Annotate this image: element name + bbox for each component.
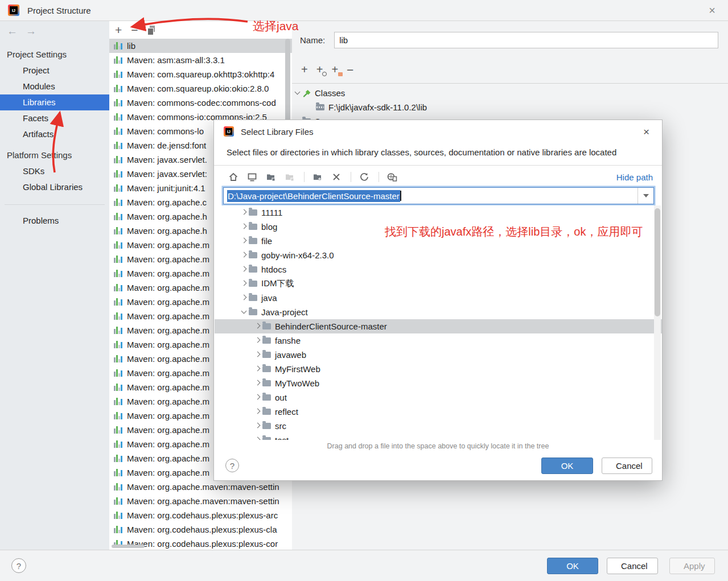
path-input-value[interactable]: D:\Java-project\BehinderClientSource-mas… <box>227 190 400 202</box>
sidebar-item[interactable]: Facets <box>0 110 109 126</box>
add-excluded-root-button[interactable]: + <box>316 64 323 75</box>
chevron-icon[interactable] <box>238 254 249 257</box>
ok-button[interactable]: OK <box>547 558 598 574</box>
library-list-item[interactable]: Maven: org.apache.maven:maven-settin <box>109 494 292 508</box>
library-icon <box>114 384 124 391</box>
new-folder-icon[interactable] <box>312 171 323 183</box>
file-tree-row[interactable]: htdocs <box>215 262 662 277</box>
file-tree-row[interactable]: reflect <box>215 405 662 419</box>
chevron-icon[interactable] <box>238 268 249 271</box>
sidebar-group-platform-settings: Platform Settings <box>7 150 109 160</box>
add-root-button[interactable]: + <box>301 64 308 75</box>
path-combobox[interactable]: D:\Java-project\BehinderClientSource-mas… <box>223 187 654 204</box>
home-directory-icon[interactable] <box>228 171 239 183</box>
library-list-item[interactable]: Maven: org.apache.maven:maven-settin <box>109 480 292 494</box>
folder-icon <box>262 352 271 358</box>
library-list-item[interactable]: Maven: org.codehaus.plexus:plexus-arc <box>109 508 292 522</box>
sidebar-item[interactable]: SDKs <box>0 163 109 179</box>
cancel-button[interactable]: Cancel <box>607 558 658 574</box>
file-tree-row[interactable]: test <box>215 433 662 440</box>
chevron-icon[interactable] <box>252 353 262 356</box>
file-tree-row[interactable]: BehinderClientSource-master <box>215 319 662 333</box>
file-tree-row[interactable]: goby-win-x64-2.3.0 <box>215 248 662 262</box>
file-tree-row[interactable]: MyTwoWeb <box>215 376 662 390</box>
help-button[interactable]: ? <box>11 558 26 573</box>
settings-sidebar: ← → Project Settings ProjectModulesLibra… <box>0 21 109 550</box>
sidebar-item[interactable]: Modules <box>0 79 109 94</box>
chevron-icon[interactable] <box>252 368 262 370</box>
file-tree-row[interactable]: out <box>215 390 662 405</box>
library-icon <box>114 497 124 505</box>
window-close-icon[interactable]: × <box>709 5 715 16</box>
remove-root-button[interactable]: − <box>347 64 353 76</box>
library-list-item[interactable]: lib <box>109 39 292 53</box>
folder-icon <box>249 281 257 287</box>
library-list-item[interactable]: Maven: com.squareup.okio:okio:2.8.0 <box>109 81 292 96</box>
library-list-item[interactable]: Maven: asm:asm-all:3.3.1 <box>109 53 292 67</box>
chevron-icon[interactable] <box>252 396 262 399</box>
chevron-icon[interactable] <box>238 311 249 313</box>
toolbar-separator <box>379 172 379 182</box>
refresh-icon[interactable] <box>359 171 370 183</box>
library-icon <box>114 170 124 178</box>
chevron-icon[interactable] <box>238 225 249 228</box>
delete-icon[interactable] <box>331 171 342 183</box>
chevron-icon[interactable] <box>252 325 262 328</box>
file-chooser-toolbar: Hide path <box>214 166 662 188</box>
dialog-close-icon[interactable]: × <box>643 126 649 137</box>
add-jar-directory-button[interactable]: + <box>331 64 338 75</box>
classes-node[interactable]: Classes <box>292 86 728 100</box>
chevron-icon[interactable] <box>252 339 262 342</box>
file-tree-row[interactable]: fanshe <box>215 333 662 348</box>
hide-path-link[interactable]: Hide path <box>616 172 653 182</box>
chevron-icon[interactable] <box>238 282 249 285</box>
desktop-directory-icon[interactable] <box>246 171 258 183</box>
classes-path-node[interactable]: F:\jdk\javafx-sdk-11.0.2\lib <box>292 100 728 114</box>
file-tree-row[interactable]: IDM下载 <box>215 277 662 291</box>
sidebar-item[interactable]: Global Libraries <box>0 179 109 195</box>
chevron-icon[interactable] <box>252 439 262 440</box>
chevron-down-icon[interactable] <box>292 92 302 94</box>
library-list-item[interactable]: Maven: com.squareup.okhttp3:okhttp:4 <box>109 67 292 81</box>
remove-library-button[interactable]: − <box>131 24 138 36</box>
jar-folder-icon <box>316 104 324 110</box>
file-tree-row[interactable]: Java-project <box>215 305 662 319</box>
sidebar-item[interactable]: Project <box>0 63 109 79</box>
chevron-icon[interactable] <box>238 296 249 299</box>
folder-icon <box>262 380 271 386</box>
folder-icon <box>249 266 257 273</box>
file-tree-row[interactable]: java <box>215 291 662 305</box>
forward-icon[interactable]: → <box>26 25 36 38</box>
library-icon <box>114 426 124 434</box>
library-icon <box>114 284 124 291</box>
library-list-item[interactable]: Maven: org.codehaus.plexus:plexus-cla <box>109 522 292 537</box>
library-name-input[interactable] <box>334 32 718 48</box>
copy-icon[interactable] <box>147 26 155 34</box>
chevron-icon[interactable] <box>238 240 249 242</box>
file-tree-scrollbar-thumb[interactable] <box>655 208 660 316</box>
library-list-horizontal-scrollbar[interactable] <box>112 545 145 548</box>
combobox-dropdown-button[interactable] <box>637 188 653 204</box>
back-icon[interactable]: ← <box>7 25 18 38</box>
library-list-item[interactable]: Maven: commons-codec:commons-cod <box>109 96 292 110</box>
sidebar-item[interactable]: Artifacts <box>0 126 109 142</box>
file-tree-row[interactable]: MyFirstWeb <box>215 362 662 376</box>
add-library-button[interactable]: + <box>115 24 122 36</box>
file-tree-row[interactable]: javaweb <box>215 348 662 362</box>
file-tree-row[interactable]: src <box>215 419 662 433</box>
file-tree-row[interactable]: 11111 <box>215 205 662 220</box>
sidebar-item-problems[interactable]: Problems <box>0 213 109 229</box>
dialog-cancel-button[interactable]: Cancel <box>602 458 652 474</box>
project-directory-icon[interactable] <box>265 171 277 183</box>
chevron-icon[interactable] <box>252 410 262 413</box>
chevron-icon[interactable] <box>238 211 249 214</box>
show-hidden-files-icon[interactable] <box>386 171 398 183</box>
chevron-icon[interactable] <box>252 425 262 427</box>
dialog-ok-button[interactable]: OK <box>541 458 593 474</box>
sidebar-item[interactable]: Libraries <box>0 94 109 110</box>
folder-icon <box>262 423 271 429</box>
library-icon <box>114 142 124 149</box>
dialog-help-button[interactable]: ? <box>225 459 239 472</box>
red-annotation-dialog: 找到下载的javafx路径，选择lib目录，ok，应用即可 <box>385 224 643 240</box>
chevron-icon[interactable] <box>252 382 262 385</box>
